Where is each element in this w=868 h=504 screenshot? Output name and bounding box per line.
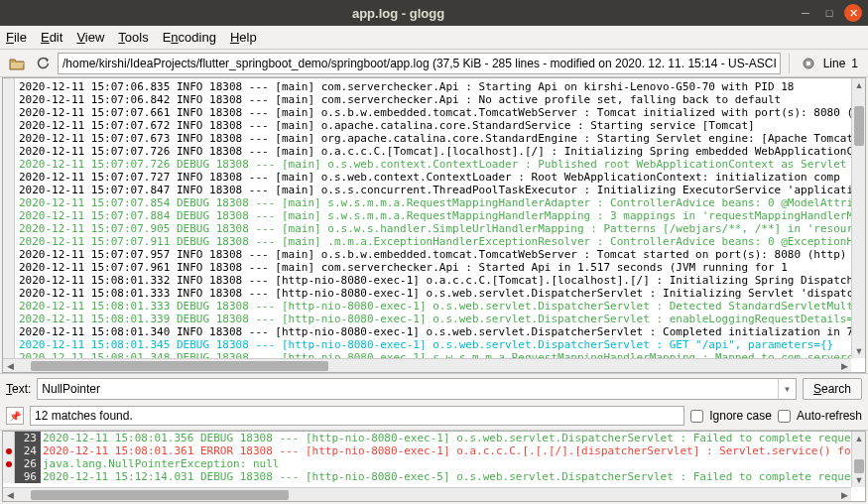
log-line[interactable]: 2020-12-11 15:07:07.726 INFO 18308 --- [… bbox=[19, 145, 849, 158]
file-path-input[interactable] bbox=[58, 53, 781, 74]
window-title: app.log - glogg bbox=[6, 6, 791, 21]
menu-bar: File Edit View Tools Encoding Help bbox=[0, 26, 868, 50]
search-results-view[interactable]: 232020-12-11 15:08:01.356 DEBUG 18308 --… bbox=[2, 431, 866, 502]
search-input-container: ▼ bbox=[37, 378, 797, 400]
line-label: Line bbox=[823, 57, 846, 70]
result-text: java.lang.NullPointerException: null bbox=[41, 457, 279, 470]
menu-encoding[interactable]: Encoding bbox=[163, 30, 216, 45]
window-close-button[interactable]: ✕ bbox=[844, 4, 862, 22]
log-line[interactable]: 2020-12-11 15:08:01.339 DEBUG 18308 --- … bbox=[19, 313, 849, 325]
folder-open-icon bbox=[9, 57, 25, 70]
result-row[interactable]: 242020-12-11 15:08:01.361 ERROR 18308 --… bbox=[3, 444, 851, 457]
log-line[interactable]: 2020-12-11 15:07:07.661 INFO 18308 --- [… bbox=[19, 106, 849, 119]
menu-file[interactable]: File bbox=[6, 30, 27, 45]
log-content: 2020-12-11 15:07:06.835 INFO 18308 --- [… bbox=[17, 78, 851, 358]
reload-icon bbox=[36, 57, 50, 70]
log-vertical-scrollbar[interactable]: ▲ ▼ bbox=[851, 78, 865, 358]
auto-refresh-checkbox[interactable] bbox=[778, 410, 791, 423]
result-line-number: 96 bbox=[15, 470, 41, 483]
window-maximize-button[interactable]: □ bbox=[820, 4, 838, 22]
scroll-up-button[interactable]: ▲ bbox=[852, 78, 866, 92]
search-results-content: 232020-12-11 15:08:01.356 DEBUG 18308 --… bbox=[3, 432, 851, 487]
result-row[interactable]: 962020-12-11 15:12:14.031 DEBUG 18308 --… bbox=[3, 470, 851, 483]
stop-button[interactable] bbox=[798, 53, 819, 74]
scroll-thumb-horizontal[interactable] bbox=[31, 361, 328, 371]
menu-tools[interactable]: Tools bbox=[118, 30, 148, 45]
log-line[interactable]: 2020-12-11 15:08:01.345 DEBUG 18308 --- … bbox=[19, 338, 849, 351]
log-line[interactable]: 2020-12-11 15:08:01.332 INFO 18308 --- [… bbox=[19, 274, 849, 287]
search-text-label: Text: bbox=[6, 382, 31, 396]
result-text: 2020-12-11 15:08:01.356 DEBUG 18308 --- … bbox=[41, 432, 851, 444]
scroll-down-button[interactable]: ▼ bbox=[852, 344, 866, 358]
log-line[interactable]: 2020-12-11 15:07:07.884 DEBUG 18308 --- … bbox=[19, 209, 849, 222]
log-line[interactable]: 2020-12-11 15:07:07.957 INFO 18308 --- [… bbox=[19, 248, 849, 261]
search-input[interactable] bbox=[38, 379, 778, 399]
result-text: 2020-12-11 15:12:14.031 DEBUG 18308 --- … bbox=[41, 470, 851, 483]
toolbar: Line 1 bbox=[0, 50, 868, 77]
svg-rect-1 bbox=[806, 62, 810, 65]
match-marker-icon bbox=[6, 461, 12, 467]
log-line[interactable]: 2020-12-11 15:07:07.961 INFO 18308 --- [… bbox=[19, 261, 849, 274]
result-line-number: 23 bbox=[15, 432, 41, 444]
window-titlebar: app.log - glogg ─ □ ✕ bbox=[0, 0, 868, 26]
log-line[interactable]: 2020-12-11 15:07:07.847 INFO 18308 --- [… bbox=[19, 184, 849, 196]
ignore-case-label: Ignore case bbox=[709, 409, 772, 423]
result-gutter bbox=[3, 444, 15, 457]
search-history-dropdown[interactable]: ▼ bbox=[778, 379, 796, 399]
pin-search-button[interactable]: 📌 bbox=[6, 407, 24, 425]
log-line[interactable]: 2020-12-11 15:07:06.835 INFO 18308 --- [… bbox=[19, 80, 849, 93]
results-vertical-scrollbar[interactable]: ▲ ▼ bbox=[851, 432, 865, 487]
result-line-number: 26 bbox=[15, 457, 41, 470]
log-line[interactable]: 2020-12-11 15:07:07.727 INFO 18308 --- [… bbox=[19, 171, 849, 184]
result-row[interactable]: 26java.lang.NullPointerException: null bbox=[3, 457, 851, 470]
toolbar-separator bbox=[789, 54, 790, 73]
line-number: 1 bbox=[851, 57, 858, 70]
auto-refresh-label: Auto-refresh bbox=[797, 409, 862, 423]
results-scroll-down-button[interactable]: ▼ bbox=[852, 473, 866, 487]
log-line[interactable]: 2020-12-11 15:07:06.842 INFO 18308 --- [… bbox=[19, 93, 849, 106]
result-line-number: 24 bbox=[15, 444, 41, 457]
log-line[interactable]: 2020-12-11 15:07:07.905 DEBUG 18308 --- … bbox=[19, 222, 849, 235]
open-file-button[interactable] bbox=[6, 53, 28, 74]
log-line[interactable]: 2020-12-11 15:08:01.333 INFO 18308 --- [… bbox=[19, 287, 849, 300]
log-line[interactable]: 2020-12-11 15:07:07.672 INFO 18308 --- [… bbox=[19, 119, 849, 132]
results-scroll-left-button[interactable]: ◀ bbox=[3, 488, 17, 502]
results-scroll-thumb-vertical[interactable] bbox=[854, 459, 864, 473]
search-status bbox=[30, 406, 684, 426]
result-text: 2020-12-11 15:08:01.361 ERROR 18308 --- … bbox=[41, 444, 851, 457]
result-gutter bbox=[3, 432, 15, 444]
result-gutter bbox=[3, 470, 15, 483]
log-line[interactable]: 2020-12-11 15:08:01.333 DEBUG 18308 --- … bbox=[19, 300, 849, 313]
menu-view[interactable]: View bbox=[76, 30, 104, 45]
log-view[interactable]: 2020-12-11 15:07:06.835 INFO 18308 --- [… bbox=[2, 77, 866, 373]
result-row[interactable]: 232020-12-11 15:08:01.356 DEBUG 18308 --… bbox=[3, 432, 851, 444]
results-scroll-thumb-horizontal[interactable] bbox=[31, 490, 289, 500]
search-bar: Text: ▼ Search bbox=[0, 373, 868, 404]
ignore-case-checkbox[interactable] bbox=[690, 410, 703, 423]
scroll-left-button[interactable]: ◀ bbox=[3, 359, 17, 373]
log-line[interactable]: 2020-12-11 15:08:01.340 INFO 18308 --- [… bbox=[19, 325, 849, 338]
scroll-thumb-vertical[interactable] bbox=[854, 106, 864, 146]
reload-button[interactable] bbox=[32, 53, 54, 74]
log-horizontal-scrollbar[interactable]: ◀ ▶ bbox=[3, 358, 851, 372]
result-gutter bbox=[3, 457, 15, 470]
search-options-bar: 📌 Ignore case Auto-refresh bbox=[0, 404, 868, 431]
log-line[interactable]: 2020-12-11 15:07:07.854 DEBUG 18308 --- … bbox=[19, 196, 849, 209]
stop-icon bbox=[803, 58, 814, 69]
results-scroll-right-button[interactable]: ▶ bbox=[837, 488, 851, 502]
results-horizontal-scrollbar[interactable]: ◀ ▶ bbox=[3, 487, 851, 501]
log-line[interactable]: 2020-12-11 15:08:01.348 DEBUG 18308 --- … bbox=[19, 351, 849, 358]
menu-help[interactable]: Help bbox=[230, 30, 257, 45]
log-line[interactable]: 2020-12-11 15:07:07.726 DEBUG 18308 --- … bbox=[19, 158, 849, 171]
match-marker-icon bbox=[6, 448, 12, 454]
menu-edit[interactable]: Edit bbox=[41, 30, 62, 45]
log-line[interactable]: 2020-12-11 15:07:07.673 INFO 18308 --- [… bbox=[19, 132, 849, 145]
log-gutter bbox=[3, 78, 15, 358]
search-button[interactable]: Search bbox=[803, 378, 862, 400]
window-minimize-button[interactable]: ─ bbox=[797, 4, 814, 22]
results-scroll-up-button[interactable]: ▲ bbox=[852, 432, 866, 445]
log-line[interactable]: 2020-12-11 15:07:07.911 DEBUG 18308 --- … bbox=[19, 235, 849, 248]
scroll-right-button[interactable]: ▶ bbox=[837, 359, 851, 373]
